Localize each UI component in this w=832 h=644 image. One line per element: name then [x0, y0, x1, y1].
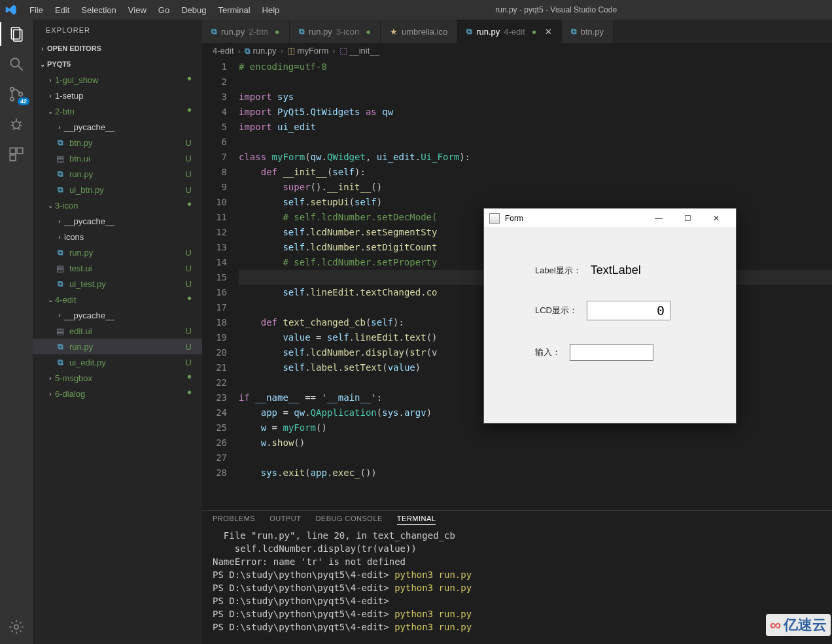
svg-point-7	[13, 122, 20, 129]
line-edit-input[interactable]	[570, 344, 653, 361]
folder-__pycache__[interactable]: ›__pycache__	[33, 119, 202, 135]
form-title: Form	[505, 214, 644, 223]
extensions-icon[interactable]	[7, 145, 26, 163]
minimize-button[interactable]: —	[644, 209, 673, 228]
file-test.ui[interactable]: ▤test.uiU	[33, 260, 202, 276]
sidebar-title: EXPLORER	[33, 20, 202, 41]
tab-umbrella.ico[interactable]: ★umbrella.ico	[381, 20, 457, 43]
maximize-button[interactable]: ☐	[673, 209, 702, 228]
file-edit.ui[interactable]: ▤edit.uiU	[33, 323, 202, 339]
bottom-panel: PROBLEMSOUTPUTDEBUG CONSOLETERMINAL File…	[202, 510, 832, 644]
svg-rect-8	[10, 148, 16, 154]
folder-1-gui_show[interactable]: ›1-gui_show•	[33, 72, 202, 88]
vscode-logo-icon	[5, 4, 17, 16]
line-number-gutter: 1234567891011121314151617181920212223242…	[202, 58, 239, 510]
svg-line-3	[18, 66, 23, 71]
file-run.py[interactable]: ⧉run.pyU	[33, 166, 202, 182]
file-ui_test.py[interactable]: ⧉ui_test.pyU	[33, 276, 202, 292]
file-btn.ui[interactable]: ▤btn.uiU	[33, 150, 202, 166]
scm-badge: 42	[18, 97, 29, 105]
svg-point-2	[10, 58, 19, 67]
folder-4-edit[interactable]: ⌄4-edit•	[33, 292, 202, 307]
folder-5-msgbox[interactable]: ›5-msgbox•	[33, 370, 202, 386]
watermark: ∞ 亿速云	[766, 614, 831, 636]
svg-rect-9	[17, 148, 23, 154]
breadcrumb-item[interactable]: ⬚ __init__	[339, 46, 379, 56]
watermark-icon: ∞	[770, 616, 781, 634]
title-bar: FileEditSelectionViewGoDebugTerminalHelp…	[0, 0, 832, 20]
lcd-number: 0	[587, 301, 670, 320]
file-ui_btn.py[interactable]: ⧉ui_btn.pyU	[33, 182, 202, 197]
input-label: 输入：	[535, 347, 561, 358]
panel-tab-terminal[interactable]: TERMINAL	[397, 515, 436, 525]
panel-tab-problems[interactable]: PROBLEMS	[213, 515, 255, 525]
lcd-label: LCD显示：	[535, 305, 578, 316]
file-ui_edit.py[interactable]: ⧉ui_edit.pyU	[33, 354, 202, 370]
close-button[interactable]: ✕	[702, 209, 731, 228]
tab-btn.py[interactable]: ⧉btn.py	[562, 20, 614, 43]
svg-point-5	[10, 97, 14, 101]
folder-2-btn[interactable]: ⌄2-btn•	[33, 103, 202, 119]
editor-tabs: ⧉run.py2-btn●⧉run.py3-icon●★umbrella.ico…	[202, 20, 832, 43]
file-run.py[interactable]: ⧉run.pyU	[33, 245, 202, 260]
breadcrumb-item[interactable]: ◫ myForm	[287, 46, 328, 56]
pyqt-form-window[interactable]: Form — ☐ ✕ Label显示： TextLabel LCD显示： 0 输…	[483, 208, 737, 424]
menu-help[interactable]: Help	[256, 3, 286, 18]
svg-point-4	[10, 88, 14, 91]
file-btn.py[interactable]: ⧉btn.pyU	[33, 135, 202, 150]
window-title: run.py - pyqt5 - Visual Studio Code	[285, 5, 827, 14]
menu-bar: FileEditSelectionViewGoDebugTerminalHelp	[24, 3, 285, 18]
label-display-label: Label显示：	[535, 265, 581, 277]
folder-__pycache__[interactable]: ›__pycache__	[33, 213, 202, 229]
menu-terminal[interactable]: Terminal	[212, 3, 256, 18]
file-run.py[interactable]: ⧉run.pyU	[33, 339, 202, 354]
debug-icon[interactable]	[7, 115, 26, 133]
source-control-icon[interactable]: 42	[7, 85, 26, 103]
panel-tab-debug-console[interactable]: DEBUG CONSOLE	[315, 515, 382, 525]
terminal-output[interactable]: File "run.py", line 20, in text_changed_…	[202, 529, 832, 644]
folder-6-dialog[interactable]: ›6-dialog•	[33, 386, 202, 401]
settings-gear-icon[interactable]	[7, 618, 26, 636]
menu-file[interactable]: File	[24, 3, 49, 18]
svg-rect-10	[10, 155, 16, 161]
breadcrumbs[interactable]: 4-edit›⧉ run.py›◫ myForm›⬚ __init__	[202, 43, 832, 58]
breadcrumb-item[interactable]: 4-edit	[213, 46, 234, 56]
label-display-value: TextLabel	[591, 263, 641, 277]
menu-view[interactable]: View	[122, 3, 152, 18]
sidebar: EXPLORER ›OPEN EDITORS ⌄PYQT5 ›1-gui_sho…	[33, 20, 202, 644]
folder-3-icon[interactable]: ⌄3-icon•	[33, 197, 202, 213]
form-app-icon	[489, 213, 500, 224]
workspace-root[interactable]: ⌄PYQT5	[33, 56, 202, 72]
menu-go[interactable]: Go	[152, 3, 175, 18]
tab-close-icon[interactable]: ✕	[545, 27, 552, 37]
watermark-text: 亿速云	[784, 615, 827, 635]
folder-icons[interactable]: ›icons	[33, 229, 202, 245]
svg-point-11	[14, 625, 19, 630]
tab-run.py-4-edit[interactable]: ⧉run.py4-edit●✕	[457, 20, 562, 43]
breadcrumb-item[interactable]: ⧉ run.py	[245, 46, 277, 56]
tab-run.py-2-btn[interactable]: ⧉run.py2-btn●	[202, 20, 290, 43]
file-tree: ›1-gui_show•›1-setup⌄2-btn•›__pycache__⧉…	[33, 72, 202, 401]
menu-debug[interactable]: Debug	[175, 3, 212, 18]
panel-tab-output[interactable]: OUTPUT	[269, 515, 301, 525]
menu-edit[interactable]: Edit	[49, 3, 75, 18]
form-titlebar[interactable]: Form — ☐ ✕	[484, 209, 736, 228]
menu-selection[interactable]: Selection	[75, 3, 122, 18]
folder-__pycache__[interactable]: ›__pycache__	[33, 307, 202, 323]
activity-bar: 42	[0, 20, 33, 644]
open-editors-header[interactable]: ›OPEN EDITORS	[33, 41, 202, 56]
search-icon[interactable]	[7, 55, 26, 73]
folder-1-setup[interactable]: ›1-setup	[33, 88, 202, 103]
tab-run.py-3-icon[interactable]: ⧉run.py3-icon●	[290, 20, 381, 43]
explorer-icon[interactable]	[7, 25, 26, 43]
panel-tabs: PROBLEMSOUTPUTDEBUG CONSOLETERMINAL	[202, 511, 832, 529]
